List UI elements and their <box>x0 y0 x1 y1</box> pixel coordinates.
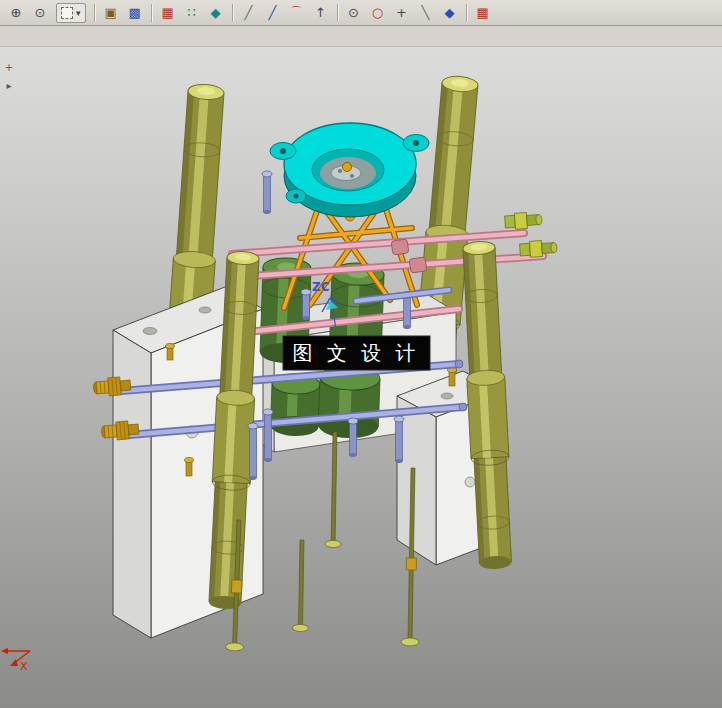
wcs-triad[interactable]: X <box>1 648 30 673</box>
snap-point-icon[interactable]: ⊕ <box>4 2 28 24</box>
nozzle-fitting-right-top[interactable] <box>504 211 542 230</box>
elbow-fitting[interactable] <box>409 257 427 273</box>
locating-ring[interactable] <box>270 123 429 217</box>
zc-axis-label: ZC <box>312 280 330 294</box>
line-alt-icon[interactable]: ╱ <box>261 2 285 24</box>
line-icon[interactable]: ╱ <box>237 2 261 24</box>
secondary-toolbar-strip <box>0 26 722 47</box>
elbow-fitting[interactable] <box>391 239 409 255</box>
circle-icon[interactable]: ○ <box>366 2 390 24</box>
watermark-text: 图 文 设 计 <box>292 341 419 365</box>
view-cube-wireframe-icon[interactable]: ▣ <box>99 2 123 24</box>
wcs-x-label: X <box>20 660 28 673</box>
snap-center-icon[interactable]: ⊙ <box>28 2 52 24</box>
cad-application-window: ⊕ ⊙ ▾ ▣ ▩ ▦ ∷ ◆ ╱ ╱ ⌒ ↑ ⊙ ○ + ╲ ◆ ▦ + ▸ <box>0 0 722 708</box>
polyline-icon[interactable]: ╲ <box>414 2 438 24</box>
ejector-rod[interactable] <box>292 540 310 632</box>
watermark-label: 图 文 设 计 <box>283 336 430 370</box>
dock-edge-icons: + ▸ <box>1 60 17 94</box>
viewport-3d-model[interactable]: ZC 图 文 设 计 X <box>0 46 722 708</box>
view-cube-shaded-icon[interactable]: ▩ <box>123 2 147 24</box>
toolbar-separator <box>232 4 233 22</box>
nozzle-fitting-right-bottom[interactable] <box>519 239 557 258</box>
toolbar-separator <box>337 4 338 22</box>
toolbar-separator <box>151 4 152 22</box>
axis-icon[interactable]: ↑ <box>309 2 333 24</box>
gold-bolt[interactable] <box>185 458 194 477</box>
dock-grip-top[interactable]: + <box>1 60 17 76</box>
bolt[interactable] <box>262 171 272 214</box>
plus-icon[interactable]: + <box>390 2 414 24</box>
circle-center-icon[interactable]: ⊙ <box>342 2 366 24</box>
bolt[interactable] <box>394 416 404 463</box>
gold-bolt[interactable] <box>166 344 175 361</box>
hash-grid-icon[interactable]: ▦ <box>471 2 495 24</box>
core-cylinder-lower-left[interactable] <box>270 373 320 437</box>
arc-icon[interactable]: ⌒ <box>285 2 309 24</box>
point-scatter-icon[interactable]: ∷ <box>180 2 204 24</box>
sketch-point-icon[interactable]: ◆ <box>438 2 462 24</box>
selection-filter-caret-icon: ▾ <box>76 8 81 18</box>
selection-filter-dropdown[interactable]: ▾ <box>56 3 86 23</box>
bolt[interactable] <box>263 409 273 462</box>
gold-bolt[interactable] <box>448 368 457 387</box>
color-palette-icon[interactable]: ◆ <box>204 2 228 24</box>
dock-grip-bottom[interactable]: ▸ <box>1 78 17 94</box>
main-toolbar: ⊕ ⊙ ▾ ▣ ▩ ▦ ∷ ◆ ╱ ╱ ⌒ ↑ ⊙ ○ + ╲ ◆ ▦ <box>0 0 722 26</box>
toolbar-separator <box>466 4 467 22</box>
graphics-window[interactable]: + ▸ <box>0 46 722 708</box>
ejector-rod[interactable] <box>325 432 343 548</box>
point-grid-icon[interactable]: ▦ <box>156 2 180 24</box>
toolbar-separator <box>94 4 95 22</box>
bolt[interactable] <box>248 423 258 480</box>
bolt[interactable] <box>348 418 358 457</box>
marquee-icon <box>61 7 73 19</box>
bolt[interactable] <box>301 289 311 320</box>
